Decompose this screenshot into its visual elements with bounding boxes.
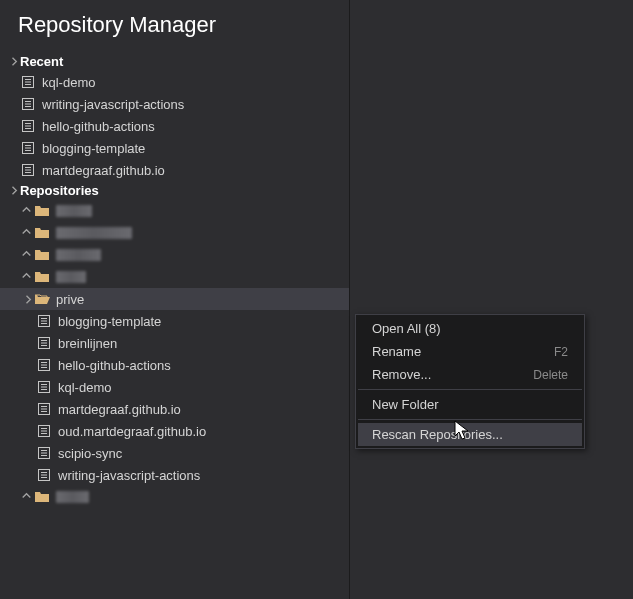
repo-icon [36,401,52,417]
chevron-down-icon [6,185,18,197]
blurred-label [56,491,89,503]
item-label: blogging-template [58,314,161,329]
blurred-label [56,227,132,239]
menu-label: Rename [372,344,421,359]
folder-item-blurred[interactable] [0,486,349,508]
repo-item[interactable]: kql-demo [0,376,349,398]
recent-item[interactable]: hello-github-actions [0,115,349,137]
sidebar: Repository Manager Recent kql-demo writi… [0,0,350,599]
repo-icon [36,357,52,373]
tree: Recent kql-demo writing-javascript-actio… [0,52,349,508]
menu-label: New Folder [372,397,438,412]
section-label: Recent [20,54,63,69]
folder-item-blurred[interactable] [0,222,349,244]
menu-new-folder[interactable]: New Folder [358,393,582,416]
page-title: Repository Manager [0,0,349,52]
item-label: blogging-template [42,141,145,156]
item-label: hello-github-actions [42,119,155,134]
item-label: writing-javascript-actions [58,468,200,483]
content-area [350,0,633,599]
repo-item[interactable]: hello-github-actions [0,354,349,376]
recent-item[interactable]: blogging-template [0,137,349,159]
folder-label: prive [56,292,84,307]
recent-item[interactable]: kql-demo [0,71,349,93]
menu-label: Open All (8) [372,321,441,336]
section-recent[interactable]: Recent [0,52,349,71]
blurred-label [56,205,92,217]
folder-item-prive[interactable]: prive [0,288,349,310]
menu-separator [358,389,582,390]
item-label: kql-demo [58,380,111,395]
folder-icon [34,247,50,263]
chevron-down-icon [6,56,18,68]
repo-icon [36,467,52,483]
repo-item[interactable]: breinlijnen [0,332,349,354]
repo-icon [36,313,52,329]
item-label: martdegraaf.github.io [42,163,165,178]
repo-icon [20,118,36,134]
menu-remove[interactable]: Remove... Delete [358,363,582,386]
repo-icon [20,74,36,90]
folder-item-blurred[interactable] [0,266,349,288]
section-repositories[interactable]: Repositories [0,181,349,200]
chevron-right-icon [20,271,32,283]
blurred-label [56,249,101,261]
folder-item-blurred[interactable] [0,200,349,222]
menu-shortcut: F2 [554,345,568,359]
folder-icon [34,489,50,505]
repo-item[interactable]: oud.martdegraaf.github.io [0,420,349,442]
item-label: writing-javascript-actions [42,97,184,112]
recent-item[interactable]: martdegraaf.github.io [0,159,349,181]
item-label: martdegraaf.github.io [58,402,181,417]
menu-label: Remove... [372,367,431,382]
menu-open-all[interactable]: Open All (8) [358,317,582,340]
folder-icon [34,225,50,241]
menu-shortcut: Delete [533,368,568,382]
menu-separator [358,419,582,420]
item-label: kql-demo [42,75,95,90]
repo-icon [36,445,52,461]
repo-icon [20,140,36,156]
menu-rename[interactable]: Rename F2 [358,340,582,363]
repo-icon [36,335,52,351]
repo-item[interactable]: martdegraaf.github.io [0,398,349,420]
blurred-label [56,271,86,283]
section-label: Repositories [20,183,99,198]
repo-icon [20,162,36,178]
chevron-down-icon [20,293,32,305]
repo-icon [36,379,52,395]
item-label: scipio-sync [58,446,122,461]
item-label: hello-github-actions [58,358,171,373]
repo-item[interactable]: writing-javascript-actions [0,464,349,486]
item-label: breinlijnen [58,336,117,351]
repo-icon [36,423,52,439]
menu-label: Rescan Repositories... [372,427,503,442]
repo-item[interactable]: blogging-template [0,310,349,332]
menu-rescan-repositories[interactable]: Rescan Repositories... [358,423,582,446]
chevron-right-icon [20,249,32,261]
chevron-right-icon [20,205,32,217]
item-label: oud.martdegraaf.github.io [58,424,206,439]
chevron-right-icon [20,491,32,503]
context-menu: Open All (8) Rename F2 Remove... Delete … [355,314,585,449]
folder-open-icon [34,291,50,307]
recent-item[interactable]: writing-javascript-actions [0,93,349,115]
repo-item[interactable]: scipio-sync [0,442,349,464]
folder-item-blurred[interactable] [0,244,349,266]
folder-icon [34,203,50,219]
repo-icon [20,96,36,112]
folder-icon [34,269,50,285]
chevron-right-icon [20,227,32,239]
